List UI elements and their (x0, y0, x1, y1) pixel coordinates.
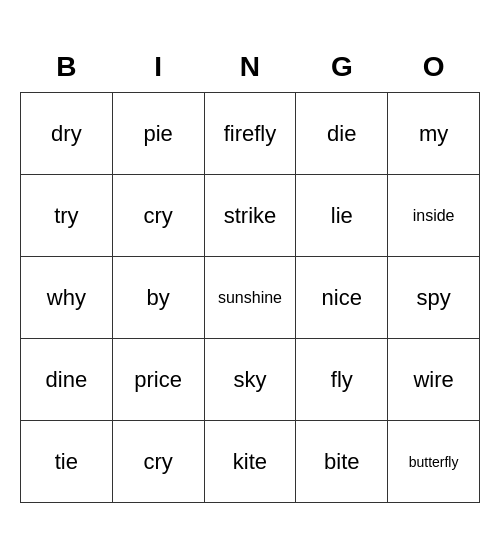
bingo-header-row: BINGO (21, 41, 480, 93)
bingo-cell: kite (204, 421, 296, 503)
table-row: dinepriceskyflywire (21, 339, 480, 421)
header-col-b: B (21, 41, 113, 93)
bingo-cell: nice (296, 257, 388, 339)
bingo-cell: die (296, 93, 388, 175)
table-row: trycrystrikelieinside (21, 175, 480, 257)
bingo-cell: cry (112, 421, 204, 503)
bingo-cell: tie (21, 421, 113, 503)
bingo-cell: price (112, 339, 204, 421)
bingo-cell: wire (388, 339, 480, 421)
header-col-n: N (204, 41, 296, 93)
bingo-cell: dine (21, 339, 113, 421)
bingo-cell: fly (296, 339, 388, 421)
bingo-cell: lie (296, 175, 388, 257)
bingo-cell: sky (204, 339, 296, 421)
table-row: whybysunshinenicespy (21, 257, 480, 339)
bingo-cell: cry (112, 175, 204, 257)
bingo-cell: strike (204, 175, 296, 257)
bingo-cell: my (388, 93, 480, 175)
bingo-cell: sunshine (204, 257, 296, 339)
table-row: tiecrykitebitebutterfly (21, 421, 480, 503)
bingo-cell: bite (296, 421, 388, 503)
bingo-cell: butterfly (388, 421, 480, 503)
bingo-cell: spy (388, 257, 480, 339)
bingo-cell: firefly (204, 93, 296, 175)
bingo-cell: by (112, 257, 204, 339)
table-row: drypiefireflydiemy (21, 93, 480, 175)
bingo-card: BINGO drypiefireflydiemytrycrystrikeliei… (20, 41, 480, 504)
bingo-cell: try (21, 175, 113, 257)
header-col-o: O (388, 41, 480, 93)
bingo-cell: why (21, 257, 113, 339)
bingo-cell: pie (112, 93, 204, 175)
bingo-cell: inside (388, 175, 480, 257)
header-col-i: I (112, 41, 204, 93)
header-col-g: G (296, 41, 388, 93)
bingo-cell: dry (21, 93, 113, 175)
